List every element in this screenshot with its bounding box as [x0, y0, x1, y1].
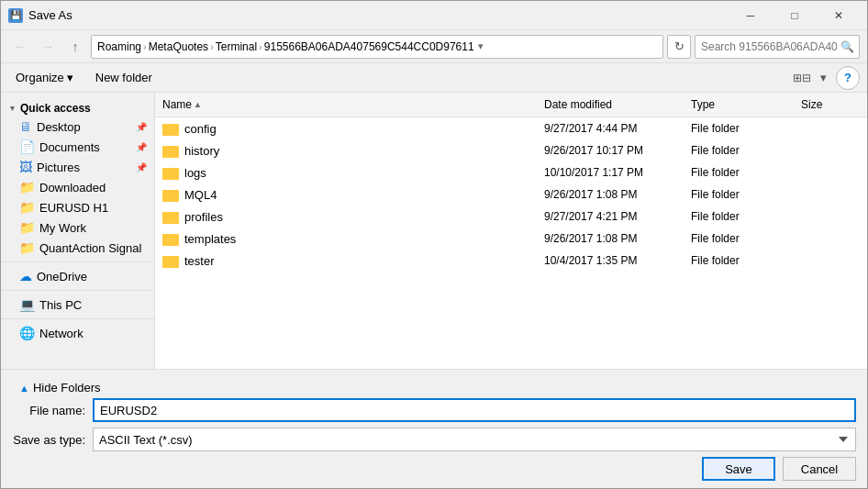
refresh-button[interactable]: ↻ [667, 35, 691, 59]
organize-button[interactable]: Organize ▾ [8, 66, 81, 90]
title-bar-buttons: ─ □ ✕ [729, 1, 860, 30]
downloaded-icon: 📁 [19, 180, 35, 194]
help-button[interactable]: ? [836, 66, 860, 90]
file-name-cell: config [155, 118, 537, 139]
documents-pin-icon: 📌 [136, 142, 147, 152]
breadcrumb-bar[interactable]: Roaming › MetaQuotes › Terminal › 915566… [91, 35, 663, 59]
sort-arrow-name: ▲ [194, 100, 202, 109]
cancel-label: Cancel [801, 462, 838, 476]
col-header-date[interactable]: Date modified [537, 94, 684, 115]
minimize-button[interactable]: ─ [729, 1, 772, 30]
forward-button[interactable]: → [36, 35, 60, 59]
breadcrumb-folder: 915566BA06ADA407569C544CC0D97611 [264, 40, 474, 53]
filetype-row: Save as type: ASCII Text (*.csv) [12, 428, 856, 451]
sidebar: ▾ Quick access 🖥 Desktop 📌 📄 Documents 📌… [1, 93, 155, 369]
table-row[interactable]: history 9/26/2017 10:17 PM File folder [155, 139, 867, 161]
filetype-label: Save as type: [12, 433, 85, 447]
file-date: 9/26/2017 10:17 PM [537, 141, 684, 160]
new-folder-button[interactable]: New folder [88, 66, 160, 90]
sidebar-divider-1 [1, 261, 154, 262]
col-header-size[interactable]: Size [794, 94, 867, 115]
file-size [794, 170, 867, 175]
file-date: 9/27/2017 4:44 PM [537, 119, 684, 138]
file-size [794, 148, 867, 153]
sidebar-eurusd-label: EURUSD H1 [39, 201, 108, 215]
sidebar-item-thispc[interactable]: 💻 This PC [1, 295, 154, 315]
save-as-dialog: 💾 Save As ─ □ ✕ ← → ↑ Roaming › MetaQuot… [0, 0, 868, 489]
folder-icon [162, 143, 179, 158]
close-button[interactable]: ✕ [818, 1, 860, 30]
file-size [794, 126, 867, 131]
secondary-toolbar: Organize ▾ New folder ⊞⊟ ▾ ? [1, 63, 867, 93]
search-input[interactable] [695, 35, 860, 59]
hide-folders-label: Hide Folders [33, 381, 101, 395]
view-dropdown-button[interactable]: ▾ [816, 66, 830, 90]
table-row[interactable]: templates 9/26/2017 1:08 PM File folder [155, 228, 867, 250]
table-row[interactable]: profiles 9/27/2017 4:21 PM File folder [155, 206, 867, 228]
file-name: profiles [184, 210, 223, 224]
bottom-section: ▲ Hide Folders File name: Save as type: … [1, 369, 867, 488]
maximize-button[interactable]: □ [773, 1, 816, 30]
file-type: File folder [684, 141, 794, 160]
folder-icon [162, 165, 179, 180]
file-type: File folder [684, 229, 794, 248]
file-name-cell: MQL4 [155, 184, 537, 205]
address-toolbar: ← → ↑ Roaming › MetaQuotes › Terminal › … [1, 30, 867, 63]
file-name: MQL4 [184, 188, 217, 202]
breadcrumb-metaquotes: MetaQuotes [149, 40, 208, 53]
pictures-icon: 🖼 [19, 160, 32, 174]
view-button[interactable]: ⊞⊟ [790, 66, 814, 90]
sidebar-item-quantaction[interactable]: 📁 QuantAction Signal [1, 238, 154, 258]
sidebar-item-network[interactable]: 🌐 Network [1, 323, 154, 343]
title-bar: 💾 Save As ─ □ ✕ [1, 1, 867, 30]
sidebar-item-documents[interactable]: 📄 Documents 📌 [1, 137, 154, 157]
sidebar-mywork-label: My Work [39, 221, 86, 235]
sidebar-item-desktop[interactable]: 🖥 Desktop 📌 [1, 117, 154, 137]
file-name: templates [184, 232, 236, 246]
file-date: 10/4/2017 1:35 PM [537, 251, 684, 270]
documents-icon: 📄 [19, 139, 35, 154]
sidebar-item-mywork[interactable]: 📁 My Work [1, 217, 154, 238]
back-button[interactable]: ← [8, 35, 32, 59]
hide-folders-row[interactable]: ▲ Hide Folders [12, 377, 856, 398]
breadcrumb-dropdown-icon[interactable]: ▾ [478, 40, 484, 52]
file-type: File folder [684, 207, 794, 226]
folder-icon [162, 209, 179, 224]
cancel-button[interactable]: Cancel [783, 457, 856, 481]
col-header-type[interactable]: Type [684, 94, 794, 115]
organize-dropdown-icon: ▾ [67, 71, 73, 84]
file-name: tester [184, 254, 215, 268]
table-row[interactable]: logs 10/10/2017 1:17 PM File folder [155, 161, 867, 183]
table-row[interactable]: MQL4 9/26/2017 1:08 PM File folder [155, 183, 867, 206]
table-row[interactable]: tester 10/4/2017 1:35 PM File folder [155, 250, 867, 272]
folder-icon [162, 121, 179, 136]
sidebar-onedrive-label: OneDrive [37, 270, 87, 283]
desktop-icon: 🖥 [19, 119, 32, 134]
sidebar-item-downloaded[interactable]: 📁 Downloaded [1, 177, 154, 197]
quick-access-section[interactable]: ▾ Quick access [1, 96, 154, 117]
sidebar-quantaction-label: QuantAction Signal [39, 241, 141, 255]
sidebar-item-pictures[interactable]: 🖼 Pictures 📌 [1, 157, 154, 177]
quick-access-label: Quick access [20, 102, 91, 115]
file-date: 9/26/2017 1:08 PM [537, 185, 684, 204]
sidebar-item-eurusd[interactable]: 📁 EURUSD H1 [1, 197, 154, 217]
file-name-cell: profiles [155, 206, 537, 227]
file-size [794, 236, 867, 241]
table-row[interactable]: config 9/27/2017 4:44 PM File folder [155, 117, 867, 139]
save-button[interactable]: Save [702, 457, 775, 481]
col-header-name[interactable]: Name ▲ [155, 94, 537, 115]
file-name: history [184, 144, 219, 158]
sidebar-divider-2 [1, 290, 154, 291]
up-button[interactable]: ↑ [63, 35, 87, 59]
filetype-select[interactable]: ASCII Text (*.csv) [93, 428, 856, 451]
file-name-cell: tester [155, 250, 537, 271]
file-size [794, 214, 867, 219]
sidebar-item-onedrive[interactable]: ☁ OneDrive [1, 266, 154, 286]
filename-input[interactable] [93, 398, 856, 422]
quick-access-chevron: ▾ [10, 104, 15, 113]
file-name-cell: history [155, 140, 537, 161]
file-type: File folder [684, 251, 794, 270]
sidebar-pictures-label: Pictures [37, 161, 80, 174]
main-content: ▾ Quick access 🖥 Desktop 📌 📄 Documents 📌… [1, 93, 867, 369]
onedrive-icon: ☁ [19, 269, 32, 283]
